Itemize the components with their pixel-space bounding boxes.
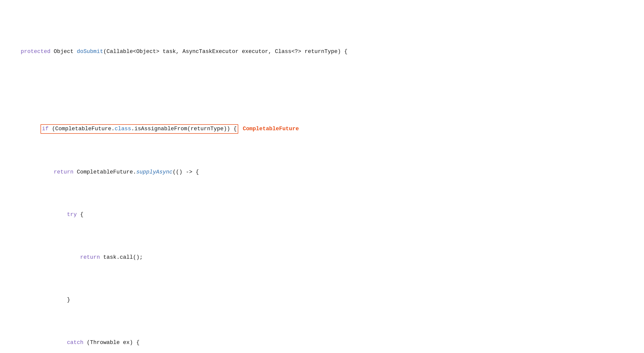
try-line: try { — [8, 202, 636, 228]
code-container: protected Object doSubmit(Callable<Objec… — [8, 5, 636, 353]
return-task-call-line: return task.call(); — [8, 245, 636, 270]
return-completable-future-line: return CompletableFuture.supplyAsync(() … — [8, 160, 636, 185]
completable-future-box: if (CompletableFuture.class.isAssignable… — [40, 124, 238, 134]
completable-future-section: if (CompletableFuture.class.isAssignable… — [8, 99, 636, 353]
try-close-brace: } — [8, 287, 636, 313]
annotation-completable-future: CompletableFuture — [243, 126, 299, 132]
method-signature-line: protected Object doSubmit(Callable<Objec… — [8, 39, 636, 64]
method-name: doSubmit — [77, 48, 103, 55]
keyword-protected: protected — [21, 48, 50, 55]
catch-line: catch (Throwable ex) { — [8, 330, 636, 353]
if-completable-future-line: if (CompletableFuture.class.isAssignable… — [8, 116, 636, 142]
